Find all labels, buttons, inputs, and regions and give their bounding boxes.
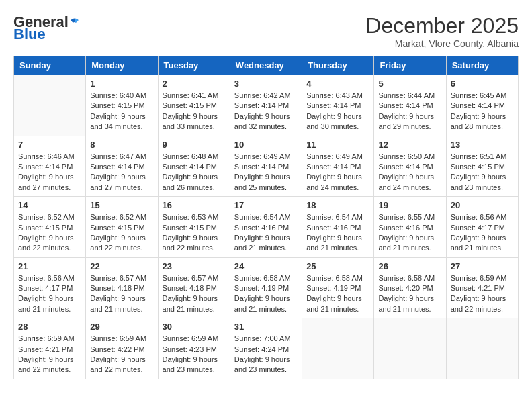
calendar-cell: 9Sunrise: 6:48 AMSunset: 4:14 PMDaylight… bbox=[158, 136, 230, 197]
logo-icon bbox=[70, 15, 79, 25]
day-info: Sunrise: 6:54 AMSunset: 4:16 PMDaylight:… bbox=[306, 212, 369, 254]
day-number: 14 bbox=[18, 200, 81, 210]
calendar-cell: 7Sunrise: 6:46 AMSunset: 4:14 PMDaylight… bbox=[14, 136, 86, 197]
calendar-cell: 11Sunrise: 6:49 AMSunset: 4:14 PMDayligh… bbox=[302, 136, 374, 197]
weekday-header-friday: Friday bbox=[374, 56, 446, 75]
day-number: 16 bbox=[163, 200, 226, 210]
day-number: 7 bbox=[18, 140, 81, 150]
day-info: Sunrise: 6:58 AMSunset: 4:20 PMDaylight:… bbox=[378, 273, 441, 315]
weekday-header-thursday: Thursday bbox=[302, 56, 374, 75]
day-info: Sunrise: 6:46 AMSunset: 4:14 PMDaylight:… bbox=[18, 152, 81, 193]
day-info: Sunrise: 6:49 AMSunset: 4:14 PMDaylight:… bbox=[306, 152, 369, 193]
calendar-cell bbox=[14, 75, 86, 136]
day-number: 10 bbox=[234, 140, 298, 150]
calendar-cell bbox=[302, 318, 374, 379]
weekday-header-saturday: Saturday bbox=[446, 56, 518, 75]
day-info: Sunrise: 6:47 AMSunset: 4:14 PMDaylight:… bbox=[90, 152, 153, 193]
day-info: Sunrise: 6:59 AMSunset: 4:21 PMDaylight:… bbox=[18, 334, 81, 375]
day-number: 20 bbox=[451, 200, 514, 210]
calendar-cell: 3Sunrise: 6:42 AMSunset: 4:14 PMDaylight… bbox=[230, 75, 302, 136]
day-info: Sunrise: 6:52 AMSunset: 4:15 PMDaylight:… bbox=[90, 212, 153, 254]
day-number: 24 bbox=[234, 261, 298, 271]
calendar-cell: 10Sunrise: 6:49 AMSunset: 4:14 PMDayligh… bbox=[230, 136, 302, 197]
day-number: 9 bbox=[163, 140, 226, 150]
page-header: General Blue December 2025 Markat, Vlore… bbox=[13, 13, 519, 49]
calendar-cell: 26Sunrise: 6:58 AMSunset: 4:20 PMDayligh… bbox=[374, 257, 446, 318]
day-info: Sunrise: 6:57 AMSunset: 4:18 PMDaylight:… bbox=[90, 273, 153, 315]
calendar-cell bbox=[374, 318, 446, 379]
calendar-cell: 22Sunrise: 6:57 AMSunset: 4:18 PMDayligh… bbox=[86, 257, 158, 318]
day-info: Sunrise: 6:53 AMSunset: 4:15 PMDaylight:… bbox=[163, 212, 226, 254]
day-info: Sunrise: 6:45 AMSunset: 4:14 PMDaylight:… bbox=[451, 91, 514, 132]
day-number: 2 bbox=[163, 79, 226, 89]
calendar-week-row: 28Sunrise: 6:59 AMSunset: 4:21 PMDayligh… bbox=[14, 318, 519, 379]
day-info: Sunrise: 6:40 AMSunset: 4:15 PMDaylight:… bbox=[90, 91, 153, 132]
calendar-cell: 4Sunrise: 6:43 AMSunset: 4:14 PMDaylight… bbox=[302, 75, 374, 136]
day-number: 23 bbox=[163, 261, 226, 271]
calendar-week-row: 14Sunrise: 6:52 AMSunset: 4:15 PMDayligh… bbox=[14, 197, 519, 258]
calendar-cell: 18Sunrise: 6:54 AMSunset: 4:16 PMDayligh… bbox=[302, 197, 374, 258]
day-info: Sunrise: 6:42 AMSunset: 4:14 PMDaylight:… bbox=[234, 91, 298, 132]
day-number: 1 bbox=[90, 79, 153, 89]
calendar-cell: 6Sunrise: 6:45 AMSunset: 4:14 PMDaylight… bbox=[446, 75, 518, 136]
day-info: Sunrise: 6:56 AMSunset: 4:17 PMDaylight:… bbox=[451, 212, 514, 254]
day-info: Sunrise: 6:50 AMSunset: 4:14 PMDaylight:… bbox=[378, 152, 441, 193]
day-info: Sunrise: 6:43 AMSunset: 4:14 PMDaylight:… bbox=[306, 91, 369, 132]
day-info: Sunrise: 6:54 AMSunset: 4:16 PMDaylight:… bbox=[234, 212, 298, 254]
calendar-cell: 8Sunrise: 6:47 AMSunset: 4:14 PMDaylight… bbox=[86, 136, 158, 197]
day-info: Sunrise: 6:59 AMSunset: 4:22 PMDaylight:… bbox=[90, 334, 153, 375]
day-info: Sunrise: 6:57 AMSunset: 4:18 PMDaylight:… bbox=[163, 273, 226, 315]
calendar-header-row: SundayMondayTuesdayWednesdayThursdayFrid… bbox=[14, 56, 519, 75]
calendar-week-row: 7Sunrise: 6:46 AMSunset: 4:14 PMDaylight… bbox=[14, 136, 519, 197]
weekday-header-tuesday: Tuesday bbox=[158, 56, 230, 75]
day-number: 25 bbox=[306, 261, 369, 271]
day-number: 6 bbox=[451, 79, 514, 89]
day-number: 28 bbox=[18, 322, 81, 332]
day-info: Sunrise: 6:55 AMSunset: 4:16 PMDaylight:… bbox=[378, 212, 441, 254]
calendar-cell: 21Sunrise: 6:56 AMSunset: 4:17 PMDayligh… bbox=[14, 257, 86, 318]
day-number: 26 bbox=[378, 261, 441, 271]
day-number: 30 bbox=[163, 322, 226, 332]
day-number: 21 bbox=[18, 261, 81, 271]
day-info: Sunrise: 6:52 AMSunset: 4:15 PMDaylight:… bbox=[18, 212, 81, 254]
calendar-cell: 5Sunrise: 6:44 AMSunset: 4:14 PMDaylight… bbox=[374, 75, 446, 136]
calendar-table: SundayMondayTuesdayWednesdayThursdayFrid… bbox=[13, 56, 519, 379]
day-number: 8 bbox=[90, 140, 153, 150]
logo-blue-text: Blue bbox=[13, 26, 46, 43]
calendar-cell: 2Sunrise: 6:41 AMSunset: 4:15 PMDaylight… bbox=[158, 75, 230, 136]
calendar-cell: 12Sunrise: 6:50 AMSunset: 4:14 PMDayligh… bbox=[374, 136, 446, 197]
day-number: 11 bbox=[306, 140, 369, 150]
calendar-week-row: 21Sunrise: 6:56 AMSunset: 4:17 PMDayligh… bbox=[14, 257, 519, 318]
calendar-cell: 19Sunrise: 6:55 AMSunset: 4:16 PMDayligh… bbox=[374, 197, 446, 258]
day-number: 18 bbox=[306, 200, 369, 210]
weekday-header-wednesday: Wednesday bbox=[230, 56, 302, 75]
day-info: Sunrise: 6:58 AMSunset: 4:19 PMDaylight:… bbox=[306, 273, 369, 315]
weekday-header-sunday: Sunday bbox=[14, 56, 86, 75]
day-number: 3 bbox=[234, 79, 298, 89]
day-info: Sunrise: 6:58 AMSunset: 4:19 PMDaylight:… bbox=[234, 273, 298, 315]
day-number: 4 bbox=[306, 79, 369, 89]
calendar-cell: 13Sunrise: 6:51 AMSunset: 4:15 PMDayligh… bbox=[446, 136, 518, 197]
calendar-cell: 29Sunrise: 6:59 AMSunset: 4:22 PMDayligh… bbox=[86, 318, 158, 379]
day-number: 19 bbox=[378, 200, 441, 210]
calendar-cell: 1Sunrise: 6:40 AMSunset: 4:15 PMDaylight… bbox=[86, 75, 158, 136]
calendar-cell: 27Sunrise: 6:59 AMSunset: 4:21 PMDayligh… bbox=[446, 257, 518, 318]
day-info: Sunrise: 6:59 AMSunset: 4:23 PMDaylight:… bbox=[163, 334, 226, 375]
calendar-cell: 31Sunrise: 7:00 AMSunset: 4:24 PMDayligh… bbox=[230, 318, 302, 379]
day-number: 13 bbox=[451, 140, 514, 150]
calendar-cell: 20Sunrise: 6:56 AMSunset: 4:17 PMDayligh… bbox=[446, 197, 518, 258]
day-info: Sunrise: 6:59 AMSunset: 4:21 PMDaylight:… bbox=[451, 273, 514, 315]
day-number: 29 bbox=[90, 322, 153, 332]
calendar-cell: 30Sunrise: 6:59 AMSunset: 4:23 PMDayligh… bbox=[158, 318, 230, 379]
calendar-cell: 28Sunrise: 6:59 AMSunset: 4:21 PMDayligh… bbox=[14, 318, 86, 379]
logo: General Blue bbox=[13, 13, 79, 43]
location-subtitle: Markat, Vlore County, Albania bbox=[365, 38, 519, 49]
calendar-cell: 15Sunrise: 6:52 AMSunset: 4:15 PMDayligh… bbox=[86, 197, 158, 258]
day-info: Sunrise: 6:56 AMSunset: 4:17 PMDaylight:… bbox=[18, 273, 81, 315]
calendar-cell: 24Sunrise: 6:58 AMSunset: 4:19 PMDayligh… bbox=[230, 257, 302, 318]
day-info: Sunrise: 6:41 AMSunset: 4:15 PMDaylight:… bbox=[163, 91, 226, 132]
day-info: Sunrise: 6:49 AMSunset: 4:14 PMDaylight:… bbox=[234, 152, 298, 193]
day-number: 17 bbox=[234, 200, 298, 210]
calendar-week-row: 1Sunrise: 6:40 AMSunset: 4:15 PMDaylight… bbox=[14, 75, 519, 136]
calendar-cell: 17Sunrise: 6:54 AMSunset: 4:16 PMDayligh… bbox=[230, 197, 302, 258]
